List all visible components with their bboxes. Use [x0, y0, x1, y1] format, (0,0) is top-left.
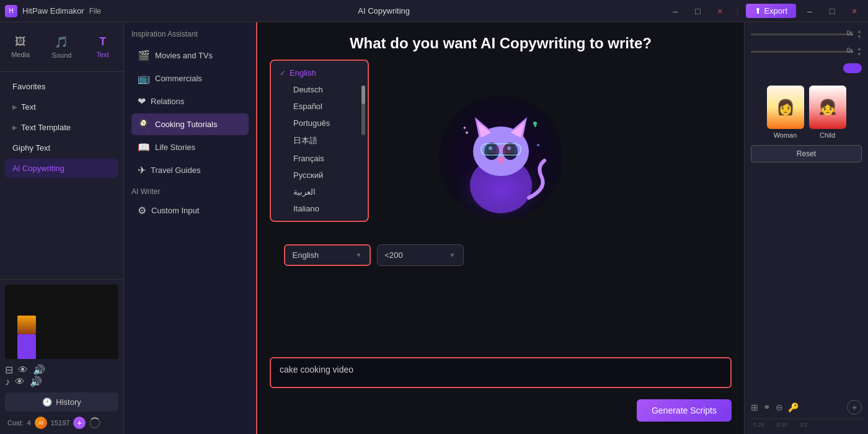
language-list: ✓ English Deutsch Español Português: [271, 61, 368, 221]
bottom-timeline-controls: ⊟ 👁 🔊: [5, 364, 118, 376]
child-avatar-label: Child: [809, 131, 846, 139]
input-section: cake cooking video Generate Scripts: [257, 357, 744, 434]
file-menu[interactable]: File: [89, 7, 101, 16]
language-select[interactable]: English Deutsch Español: [293, 250, 352, 260]
ruler-mark-2: 0:30: [777, 422, 788, 428]
lang-portugues[interactable]: Português: [271, 115, 368, 131]
lang-japanese[interactable]: 日本語: [271, 131, 368, 150]
slider1-up-arrow[interactable]: ▲: [857, 29, 862, 34]
insp-life-stories[interactable]: 📖 Life Stories: [131, 136, 249, 158]
title-bar: H HitPaw Edimakor File AI Copywriting – …: [0, 0, 868, 22]
tab-media[interactable]: 🖼 Media: [0, 22, 41, 71]
lang-italiano[interactable]: Italiano: [271, 200, 368, 217]
relations-icon: ❤: [138, 95, 146, 107]
tab-text[interactable]: T Text: [82, 22, 123, 71]
track-control-1[interactable]: ⊟: [5, 364, 13, 376]
left-bottom: ⊟ 👁 🔊 ♪ 👁 🔊 🕐 History Cost: 4 AI 15197 +: [0, 279, 123, 434]
cat-illustration-area: ✦ ✦: [433, 89, 569, 226]
track-audio-2[interactable]: 🔊: [30, 376, 42, 388]
track-control-2[interactable]: ♪: [5, 376, 10, 388]
ai-title: What do you want AI Copywriting to write…: [350, 35, 652, 52]
menu-favorites[interactable]: Favorites: [5, 77, 118, 96]
link-icon-btn[interactable]: ⚭: [763, 402, 771, 412]
slider1-value: 0s: [847, 30, 854, 37]
lang-deutsch[interactable]: Deutsch: [271, 81, 368, 98]
movies-icon: 🎬: [138, 50, 150, 61]
menu-giphy-text[interactable]: Giphy Text: [5, 138, 118, 157]
slider2-down-arrow[interactable]: ▼: [857, 51, 862, 57]
lang-russian[interactable]: Русский: [271, 167, 368, 184]
add-credits-button[interactable]: +: [73, 417, 86, 429]
tab-sound[interactable]: 🎵 Sound: [41, 22, 82, 71]
insp-commercials[interactable]: 📺 Commercials: [131, 68, 249, 89]
dialog-title: AI Copywriting: [101, 6, 666, 16]
word-count-select[interactable]: <200: [385, 250, 446, 260]
insp-custom-input[interactable]: ⚙ Custom Input: [131, 200, 249, 221]
reset-button[interactable]: Reset: [751, 145, 862, 162]
loading-spinner: [89, 417, 100, 428]
maximize-button[interactable]: □: [689, 5, 706, 17]
child-avatar-image: 👧: [809, 86, 846, 129]
svg-point-20: [537, 144, 539, 146]
menu-text[interactable]: ▶ Text: [5, 97, 118, 117]
track-visibility-2[interactable]: 👁: [15, 376, 25, 388]
app-maximize-button[interactable]: □: [823, 5, 841, 17]
thumbnail-image: [17, 316, 36, 334]
word-count-control[interactable]: <200 ▼: [377, 244, 464, 266]
timeline-ruler-right: 0:28 0:30 0:2: [751, 418, 862, 428]
script-input[interactable]: cake cooking video: [270, 357, 732, 388]
circle-icon-btn[interactable]: ⊖: [776, 402, 783, 412]
menu-text-template[interactable]: ▶ Text Template: [5, 118, 118, 137]
close-dialog-button[interactable]: ×: [711, 5, 728, 17]
track-visibility-1[interactable]: 👁: [18, 365, 28, 376]
title-bar-left: H HitPaw Edimakor File: [5, 5, 101, 17]
woman-avatar-label: Woman: [767, 131, 804, 139]
insp-travel[interactable]: ✈ Travel Guides: [131, 159, 249, 181]
timeline-thumbnail: [5, 285, 118, 359]
avatar-woman[interactable]: 👩 Woman: [767, 86, 804, 139]
app-close-button[interactable]: ×: [846, 5, 863, 17]
language-select-control[interactable]: English Deutsch Español ▼: [284, 244, 371, 266]
media-icon: 🖼: [15, 35, 26, 48]
inspiration-items: 🎬 Movies and TVs 📺 Commercials ❤ Relatio…: [131, 45, 249, 181]
ai-area: What do you want AI Copywriting to write…: [257, 22, 744, 357]
app-minimize-button[interactable]: –: [801, 5, 818, 17]
cat-illustration: ✦ ✦: [433, 89, 569, 226]
slider1-down-arrow[interactable]: ▼: [857, 34, 862, 40]
app-name: HitPaw Edimakor: [22, 6, 84, 16]
svg-rect-17: [482, 145, 518, 154]
slider2-arrows[interactable]: ▲ ▼: [857, 46, 862, 57]
export-icon: ⬆: [755, 6, 761, 16]
lang-arabic[interactable]: العربية: [271, 184, 368, 200]
life-stories-icon: 📖: [138, 141, 150, 153]
menu-ai-copywriting[interactable]: AI Copywriting: [5, 159, 118, 178]
insp-relations[interactable]: ❤ Relations: [131, 91, 249, 112]
slider1-arrows[interactable]: ▲ ▼: [857, 29, 862, 40]
toggle-row: [751, 63, 862, 73]
ruler-mark-3: 0:2: [800, 422, 808, 428]
minimize-button[interactable]: –: [666, 5, 684, 17]
ai-writer-label: AI Writer: [131, 187, 249, 196]
history-button[interactable]: 🕐 History: [5, 392, 118, 412]
export-button[interactable]: ⬆ Export: [746, 4, 796, 18]
svg-text:✦: ✦: [463, 125, 467, 131]
right-panel-top: 0s ▲ ▼: [751, 29, 862, 40]
app-logo: H: [5, 5, 17, 17]
lang-english[interactable]: ✓ English: [271, 64, 368, 81]
lang-francais[interactable]: Français: [271, 150, 368, 167]
insp-cooking[interactable]: 🍳 Cooking Tutorials: [131, 113, 249, 135]
key-icon-btn[interactable]: 🔑: [788, 402, 799, 412]
add-keyframe-button[interactable]: +: [847, 400, 862, 415]
inspiration-title: Inspiration Assistant: [131, 30, 249, 38]
lock-icon-btn[interactable]: ⊞: [751, 402, 758, 412]
toggle-button[interactable]: [843, 63, 862, 73]
avatar-cards: 👩 Woman 👧 Child: [751, 86, 862, 139]
generate-scripts-button[interactable]: Generate Scripts: [637, 399, 732, 422]
insp-movies[interactable]: 🎬 Movies and TVs: [131, 45, 249, 66]
woman-avatar-image: 👩: [767, 86, 804, 129]
lang-select-chevron-icon: ▼: [356, 252, 362, 259]
lang-espanol[interactable]: Español: [271, 98, 368, 115]
slider2-up-arrow[interactable]: ▲: [857, 46, 862, 51]
avatar-child[interactable]: 👧 Child: [809, 86, 846, 139]
track-audio-1[interactable]: 🔊: [33, 364, 45, 376]
